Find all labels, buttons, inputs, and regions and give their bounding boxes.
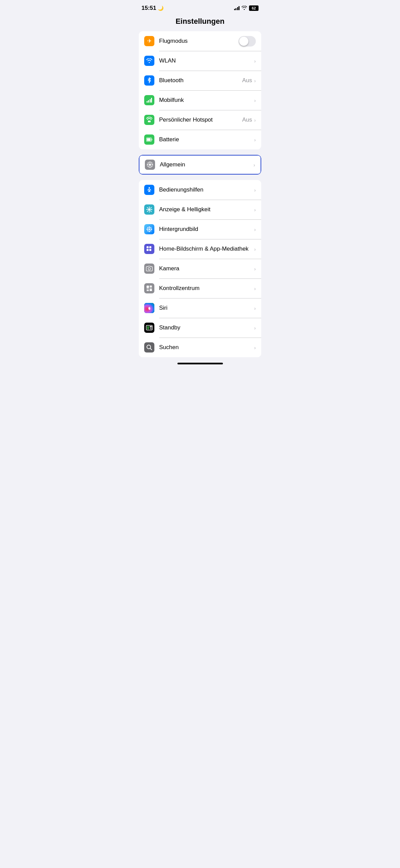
svg-point-22 [148, 268, 151, 270]
homescreen-label: Home-Bildschirm & App-Mediathek [159, 246, 254, 252]
siri-row[interactable]: Siri › [139, 298, 261, 318]
svg-point-13 [151, 229, 152, 230]
homescreen-row[interactable]: Home-Bildschirm & App-Mediathek › [139, 239, 261, 259]
mobilfunk-row[interactable]: Mobilfunk › [139, 90, 261, 110]
svg-rect-26 [147, 289, 149, 289]
status-bar: 15:51 🌙 62 [133, 0, 267, 14]
mobilfunk-chevron: › [254, 97, 256, 103]
flugmodus-toggle[interactable] [239, 36, 256, 47]
svg-point-8 [148, 209, 151, 211]
wlan-row[interactable]: WLAN › [139, 51, 261, 71]
allgemein-icon [145, 160, 155, 170]
siri-label: Siri [159, 305, 254, 311]
svg-rect-24 [150, 286, 152, 287]
allgemein-label: Allgemein [160, 161, 253, 168]
svg-rect-31 [150, 326, 152, 328]
wlan-icon [144, 56, 154, 66]
battery-level: 62 [249, 5, 259, 11]
svg-rect-1 [148, 121, 151, 122]
svg-point-11 [149, 231, 150, 232]
homescreen-icon [144, 244, 154, 254]
svg-rect-23 [147, 286, 149, 288]
bedienungshilfen-label: Bedienungshilfen [159, 186, 254, 193]
mobilfunk-label: Mobilfunk [159, 97, 254, 104]
standby-icon [144, 323, 154, 333]
svg-rect-19 [149, 246, 151, 248]
kamera-icon [144, 264, 154, 274]
moon-icon: 🌙 [158, 5, 164, 11]
batterie-row[interactable]: Batterie › [139, 130, 261, 149]
siri-icon [144, 303, 154, 313]
anzeige-icon [144, 204, 154, 215]
svg-rect-30 [147, 326, 149, 329]
hotspot-value: Aus [242, 116, 252, 123]
anzeige-chevron: › [254, 207, 256, 213]
bluetooth-label: Bluetooth [159, 77, 242, 84]
hotspot-row[interactable]: Persönlicher Hotspot Aus › [139, 110, 261, 130]
bedienungshilfen-row[interactable]: Bedienungshilfen › [139, 180, 261, 200]
suchen-icon [144, 342, 154, 352]
kamera-chevron: › [254, 266, 256, 272]
hotspot-icon [144, 115, 154, 125]
hintergrundbild-chevron: › [254, 227, 256, 232]
bluetooth-chevron: › [254, 78, 256, 84]
time-label: 15:51 [141, 5, 156, 12]
bedienungshilfen-chevron: › [254, 187, 256, 193]
svg-rect-27 [147, 290, 149, 291]
svg-rect-20 [147, 249, 149, 251]
homescreen-chevron: › [254, 246, 256, 252]
svg-point-17 [150, 230, 152, 232]
allgemein-chevron: › [253, 162, 255, 168]
standby-label: Standby [159, 324, 254, 331]
batterie-icon [144, 134, 154, 145]
flugmodus-icon: ✈ [144, 36, 154, 46]
flugmodus-row[interactable]: ✈ Flugmodus [139, 31, 261, 51]
siri-chevron: › [254, 305, 256, 311]
standby-row[interactable]: Standby › [139, 318, 261, 338]
svg-line-33 [150, 348, 152, 350]
status-time: 15:51 🌙 [141, 5, 164, 12]
wlan-chevron: › [254, 58, 256, 64]
suchen-label: Suchen [159, 344, 254, 351]
bedienungshilfen-icon [144, 185, 154, 195]
general-group: Allgemein › [139, 155, 261, 175]
cellular-icon [147, 98, 152, 103]
svg-rect-21 [149, 249, 151, 251]
kontrollzentrum-row[interactable]: Kontrollzentrum › [139, 278, 261, 298]
standby-chevron: › [254, 325, 256, 331]
mobilfunk-icon [144, 95, 154, 105]
svg-point-10 [149, 227, 150, 228]
hintergrundbild-row[interactable]: Hintergrundbild › [139, 219, 261, 239]
settings-group-2: Bedienungshilfen › Anzeige & Helligkeit … [139, 180, 261, 357]
hotspot-label: Persönlicher Hotspot [159, 116, 242, 123]
svg-point-15 [150, 227, 152, 229]
signal-bars-icon [234, 6, 240, 10]
svg-rect-4 [152, 139, 152, 141]
bluetooth-value: Aus [242, 77, 252, 84]
wlan-label: WLAN [159, 57, 254, 64]
svg-rect-3 [147, 138, 151, 141]
wifi-status-icon [242, 6, 247, 11]
anzeige-label: Anzeige & Helligkeit [159, 206, 254, 213]
battery-percentage: 62 [252, 6, 256, 10]
svg-point-6 [149, 164, 151, 166]
svg-point-14 [147, 227, 149, 229]
suchen-row[interactable]: Suchen › [139, 338, 261, 357]
batterie-chevron: › [254, 137, 256, 143]
bluetooth-row[interactable]: Bluetooth Aus › [139, 71, 261, 90]
allgemein-row[interactable]: Allgemein › [139, 155, 261, 175]
kamera-row[interactable]: Kamera › [139, 259, 261, 278]
flugmodus-label: Flugmodus [159, 38, 239, 44]
svg-point-12 [147, 229, 148, 230]
svg-point-16 [147, 230, 149, 232]
hotspot-chevron: › [254, 117, 256, 123]
anzeige-row[interactable]: Anzeige & Helligkeit › [139, 200, 261, 219]
svg-rect-28 [150, 289, 152, 291]
batterie-label: Batterie [159, 136, 254, 143]
kontrollzentrum-label: Kontrollzentrum [159, 285, 254, 292]
svg-point-7 [149, 187, 150, 188]
home-indicator [177, 363, 223, 364]
battery-indicator: 62 [249, 5, 259, 11]
kamera-label: Kamera [159, 265, 254, 272]
kontrollzentrum-icon [144, 283, 154, 293]
